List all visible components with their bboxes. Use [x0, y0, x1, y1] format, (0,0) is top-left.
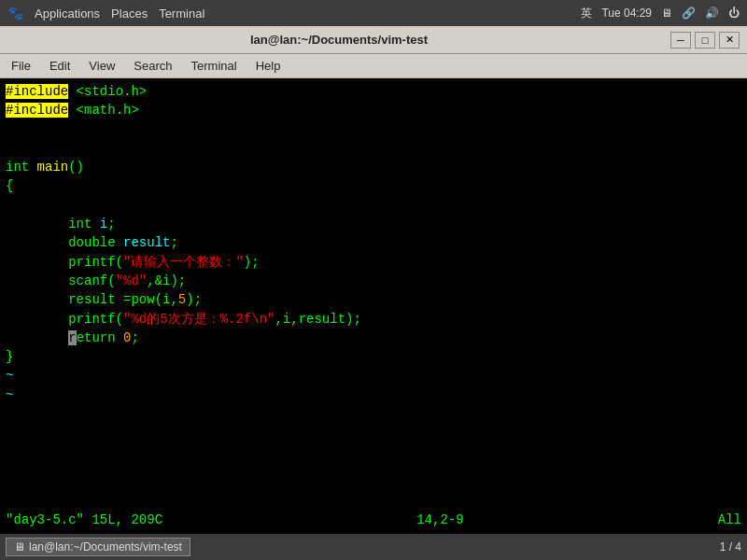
code-line-15: } [6, 347, 741, 366]
menu-terminal[interactable]: Terminal [184, 57, 245, 75]
menu-help[interactable]: Help [248, 57, 289, 75]
code-line-17: ~ [6, 385, 741, 404]
code-line-6: { [6, 176, 741, 195]
menu-bar: File Edit View Search Terminal Help [0, 54, 747, 78]
display-icon: 🖥 [661, 7, 672, 20]
menu-file[interactable]: File [4, 57, 38, 75]
code-line-16: ~ [6, 366, 741, 385]
vim-status-bar: "day3-5.c" 15L, 209C 14,2-9 All [0, 506, 747, 534]
menu-view[interactable]: View [81, 57, 122, 75]
taskbar-pager: 1 / 4 [720, 540, 741, 553]
language-indicator: 英 [581, 6, 592, 21]
system-bar-left: 🐾 Applications Places Terminal [7, 6, 204, 21]
volume-icon: 🔊 [705, 7, 719, 20]
code-line-14: return 0; [6, 329, 741, 347]
code-line-10: printf("请输入一个整数："); [6, 253, 741, 272]
system-bar: 🐾 Applications Places Terminal 英 Tue 04:… [0, 0, 747, 26]
taskbar-label: lan@lan:~/Documents/vim-test [29, 540, 182, 553]
applications-menu[interactable]: Applications [35, 7, 100, 21]
code-line-2: #include <math.h> [6, 101, 741, 119]
taskbar-window-button[interactable]: 🖥 lan@lan:~/Documents/vim-test [6, 538, 190, 556]
taskbar-left: 🖥 lan@lan:~/Documents/vim-test [6, 538, 190, 556]
scroll-position: All [718, 512, 741, 527]
window-title: lan@lan:~/Documents/vim-test [7, 33, 670, 47]
places-menu[interactable]: Places [111, 7, 148, 21]
maximize-button[interactable]: □ [695, 32, 715, 49]
code-line-7 [6, 196, 741, 215]
distro-logo: 🐾 [7, 6, 23, 21]
code-line-11: scanf("%d",&i); [6, 272, 741, 290]
system-bar-right: 英 Tue 04:29 🖥 🔗 🔊 ⏻ [581, 6, 740, 21]
close-button[interactable]: ✕ [719, 32, 740, 49]
window-controls: ─ □ ✕ [670, 32, 740, 49]
code-line-1: #include <stdio.h> [6, 82, 741, 101]
code-line-9: double result; [6, 233, 741, 252]
menu-search[interactable]: Search [126, 57, 179, 75]
power-icon[interactable]: ⏻ [728, 7, 740, 20]
taskbar: 🖥 lan@lan:~/Documents/vim-test 1 / 4 [0, 534, 747, 560]
clock: Tue 04:29 [601, 7, 652, 20]
terminal-content[interactable]: #include <stdio.h> #include <math.h> int… [0, 78, 747, 506]
code-line-3 [6, 120, 741, 139]
cursor-position: 14,2-9 [416, 512, 463, 527]
code-line-4 [6, 139, 741, 158]
code-line-8: int i; [6, 215, 741, 233]
code-line-5: int main() [6, 158, 741, 176]
minimize-button[interactable]: ─ [670, 32, 691, 49]
code-line-13: printf("%d的5次方是：%.2f\n",i,result); [6, 310, 741, 329]
title-bar: lan@lan:~/Documents/vim-test ─ □ ✕ [0, 26, 747, 54]
network-icon: 🔗 [682, 7, 696, 20]
taskbar-icon: 🖥 [14, 540, 25, 553]
file-info: "day3-5.c" 15L, 209C [6, 512, 162, 527]
code-line-12: result =pow(i,5); [6, 290, 741, 309]
terminal-menu[interactable]: Terminal [159, 7, 204, 21]
menu-edit[interactable]: Edit [42, 57, 78, 75]
